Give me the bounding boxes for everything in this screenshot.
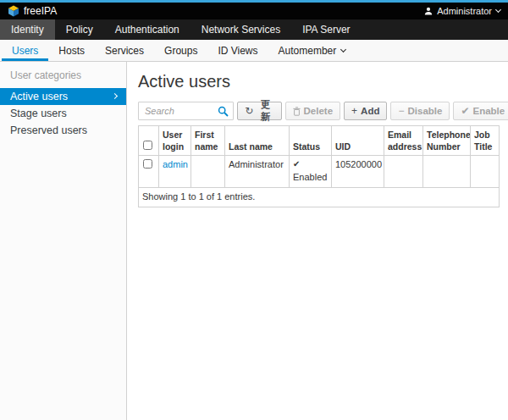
freeipa-logo-icon [8,5,19,17]
check-icon: ✔ [461,106,469,116]
disable-button-label: Disable [407,106,442,116]
user-menu-label: Administrator [437,6,492,16]
cell-telephone-number [423,156,471,187]
minus-icon: − [398,106,404,116]
tab-services-label: Services [105,45,144,57]
plus-icon: + [351,106,357,116]
add-button[interactable]: + Add [344,102,387,120]
table-row: admin Administrator ✔Enabled 105200000 [139,156,500,187]
sidebar-item-label: Stage users [10,108,67,119]
nav-item-authentication[interactable]: Authentication [104,19,190,40]
tab-users[interactable]: Users [2,40,48,61]
tab-groups[interactable]: Groups [154,40,207,61]
row-checkbox[interactable] [143,159,152,169]
tab-id-views[interactable]: ID Views [207,40,268,61]
chevron-right-icon [112,93,118,99]
sidebar-heading: User categories [0,69,126,88]
main-nav: Identity Policy Authentication Network S… [0,19,508,40]
user-icon [424,7,433,15]
cell-job-title [471,156,500,187]
masthead: freeIPA Administrator [0,3,508,19]
table-header-row: User login First name Last name Status U… [139,126,500,156]
cell-status: ✔Enabled [290,156,332,187]
brand-label: freeIPA [24,5,57,17]
select-all-checkbox[interactable] [143,141,152,150]
col-header-last-name: Last name [225,126,290,156]
sidebar-item-label: Active users [10,91,68,102]
col-header-user-login: User login [159,126,191,156]
tab-groups-label: Groups [164,45,197,57]
sidebar-item-active-users[interactable]: Active users [0,88,126,105]
sidebar-item-label: Preserved users [10,124,87,136]
search-icon[interactable] [218,106,229,117]
refresh-button-label: 更新 [257,98,273,124]
search-box [138,102,234,120]
refresh-button[interactable]: ↻ 更新 [237,102,281,120]
col-header-email-address: Email address [384,126,423,156]
content-area: User categories Active users Stage users… [0,62,508,420]
nav-item-identity[interactable]: Identity [0,19,55,40]
status-label: Enabled [293,172,327,182]
user-menu[interactable]: Administrator [424,6,500,16]
enable-button-label: Enable [472,106,505,116]
col-header-uid: UID [332,126,384,156]
page-title: Active users [138,72,508,91]
tab-id-views-label: ID Views [218,45,257,57]
delete-button[interactable]: Delete [285,102,341,120]
chevron-down-icon [340,46,346,52]
add-button-label: Add [361,106,379,116]
main-panel: Active users ↻ 更新 Delete [127,62,508,420]
chevron-down-icon [495,7,501,13]
tab-hosts[interactable]: Hosts [48,40,95,61]
tab-hosts-label: Hosts [58,45,85,57]
nav-item-network-services[interactable]: Network Services [190,19,291,40]
brand[interactable]: freeIPA [8,5,57,17]
nav-item-ipa-server[interactable]: IPA Server [291,19,361,40]
identity-subnav: Users Hosts Services Groups ID Views Aut… [0,40,508,62]
trash-icon [293,107,301,116]
delete-button-label: Delete [304,106,334,116]
toolbar: ↻ 更新 Delete + Add − Disable ✔ [138,102,508,120]
nav-item-policy[interactable]: Policy [55,19,104,40]
cell-email-address [384,156,423,187]
table-summary-row: Showing 1 to 1 of 1 entries. [139,187,500,207]
sidebar-item-preserved-users[interactable]: Preserved users [0,122,126,139]
users-table: User login First name Last name Status U… [138,125,500,207]
col-header-status: Status [290,126,332,156]
sidebar: User categories Active users Stage users… [0,62,127,420]
tab-automember-label: Automember [279,45,337,57]
table-summary: Showing 1 to 1 of 1 entries. [139,187,500,207]
tab-services[interactable]: Services [95,40,154,61]
col-header-first-name: First name [191,126,225,156]
tab-automember[interactable]: Automember [268,40,356,61]
cell-first-name [191,156,225,187]
col-header-job-title: Job Title [471,126,500,156]
user-login-link[interactable]: admin [163,159,188,169]
cell-uid: 105200000 [332,156,384,187]
tab-users-label: Users [12,45,38,57]
disable-button[interactable]: − Disable [390,102,450,120]
enable-button[interactable]: ✔ Enable [453,102,508,120]
cell-last-name: Administrator [225,156,290,187]
status-enabled-icon: ✔ [293,158,328,171]
col-header-telephone-number: Telephone Number [423,126,471,156]
sidebar-item-stage-users[interactable]: Stage users [0,105,126,122]
refresh-icon: ↻ [245,106,253,116]
